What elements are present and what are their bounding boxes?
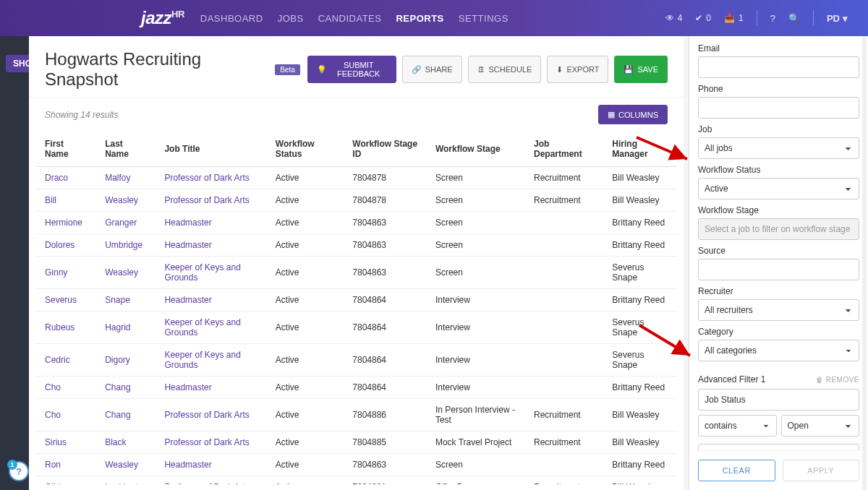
nav-link-jobs[interactable]: JOBS [278, 13, 304, 24]
scrollbar[interactable] [862, 36, 867, 490]
cell-first[interactable]: Gilderoy [36, 476, 96, 485]
cell-job[interactable]: Professor of Dark Arts [156, 167, 266, 189]
cell-first[interactable]: Cho [36, 399, 96, 431]
eye-icon: 👁 [665, 13, 674, 23]
cell-last[interactable]: Digory [96, 344, 156, 377]
logo[interactable]: jazzHR [141, 8, 184, 28]
job-select[interactable]: All jobs [698, 137, 859, 159]
cell-first[interactable]: Draco [36, 167, 96, 189]
cell-stage_id: 7804864 [344, 344, 427, 377]
col-header[interactable]: First Name [36, 132, 96, 167]
cell-job[interactable]: Headmaster [156, 289, 266, 311]
remove-advanced-filter[interactable]: 🗑REMOVE [816, 376, 859, 384]
cell-dept [525, 377, 603, 399]
submit-feedback-button[interactable]: 💡SUBMIT FEEDBACK [307, 56, 396, 83]
cell-job[interactable]: Headmaster [156, 454, 266, 476]
cell-job[interactable]: Professor of Dark Arts [156, 189, 266, 212]
phone-input[interactable] [698, 97, 859, 119]
col-header[interactable]: Job Title [156, 132, 266, 167]
table-row: CedricDigoryKeeper of Keys and GroundsAc… [36, 344, 676, 377]
approvals-stat[interactable]: ✔0 [695, 13, 711, 23]
cell-last[interactable]: Chang [96, 399, 156, 431]
table-row: HermioneGrangerHeadmasterActive7804863Sc… [36, 212, 676, 234]
help-icon[interactable]: ? [770, 13, 775, 24]
help-bubble[interactable]: ? 1 [9, 461, 29, 481]
add-advanced-filter-button[interactable]: ＋ ADD ADVANCED FILTER [698, 444, 859, 450]
cell-last[interactable]: Hagrid [96, 311, 156, 344]
email-input[interactable] [698, 56, 859, 78]
cell-last[interactable]: Umbridge [96, 234, 156, 257]
save-button[interactable]: 💾SAVE [614, 56, 668, 83]
cell-job[interactable]: Headmaster [156, 212, 266, 234]
views-count: 4 [678, 13, 683, 23]
columns-button[interactable]: ▦COLUMNS [598, 105, 668, 124]
cell-last[interactable]: Granger [96, 212, 156, 234]
cell-first[interactable]: Rubeus [36, 311, 96, 344]
cell-last[interactable]: Weasley [96, 189, 156, 212]
workflow-stage-select[interactable]: Select a job to filter on workflow stage [698, 218, 859, 240]
cell-job[interactable]: Keeper of Keys and Grounds [156, 344, 266, 377]
col-header[interactable]: Workflow Status [267, 132, 344, 167]
inbox-stat[interactable]: 📥1 [724, 13, 744, 23]
cell-last[interactable]: Snape [96, 289, 156, 311]
share-button[interactable]: 🔗SHARE [402, 56, 462, 83]
cell-stage: Screen [427, 167, 525, 189]
category-select[interactable]: All categories [698, 340, 859, 361]
search-icon[interactable]: 🔍 [788, 13, 800, 24]
workflow-status-select[interactable]: Active [698, 178, 859, 199]
cell-job[interactable]: Headmaster [156, 377, 266, 399]
cell-stage: Mock Travel Project [427, 431, 525, 454]
cell-hm: Severus Snape [603, 311, 676, 344]
cell-first[interactable]: Bill [36, 189, 96, 212]
cell-first[interactable]: Ron [36, 454, 96, 476]
nav-link-candidates[interactable]: CANDIDATES [318, 13, 382, 24]
col-header[interactable]: Hiring Manager [603, 132, 676, 167]
advanced-filter-op-select[interactable]: contains [698, 415, 777, 437]
cell-first[interactable]: Dolores [36, 234, 96, 257]
cell-dept: Recruitment [525, 399, 603, 431]
col-header[interactable]: Job Department [525, 132, 603, 167]
cell-job[interactable]: Headmaster [156, 234, 266, 257]
nav-link-dashboard[interactable]: DASHBOARD [200, 13, 263, 24]
filter-body[interactable]: Email Phone Job All jobs Workflow Status… [698, 36, 859, 450]
col-header[interactable]: Last Name [96, 132, 156, 167]
cell-last[interactable]: Black [96, 431, 156, 454]
cell-last[interactable]: Malfoy [96, 167, 156, 189]
cell-stage_id: 7804864 [344, 311, 427, 344]
cell-dept: Recruitment [525, 431, 603, 454]
col-header[interactable]: Workflow Stage [427, 132, 525, 167]
cell-job[interactable]: Professor of Dark Arts [156, 399, 266, 431]
views-stat[interactable]: 👁4 [665, 13, 683, 23]
clear-button[interactable]: CLEAR [698, 460, 775, 481]
cell-stage_id: 7804863 [344, 257, 427, 289]
cell-job[interactable]: Professor of Dark Arts [156, 476, 266, 485]
source-input[interactable] [698, 259, 859, 280]
apply-button[interactable]: APPLY [783, 460, 860, 481]
cell-first[interactable]: Cedric [36, 344, 96, 377]
cell-job[interactable]: Keeper of Keys and Grounds [156, 257, 266, 289]
cell-first[interactable]: Hermione [36, 212, 96, 234]
advanced-filter-val-select[interactable]: Open [781, 415, 860, 437]
cell-dept: Recruitment [525, 476, 603, 485]
cell-last[interactable]: Weasley [96, 454, 156, 476]
nav-link-settings[interactable]: SETTINGS [459, 13, 509, 24]
cell-dept: Recruitment [525, 167, 603, 189]
label: COLUMNS [618, 111, 658, 119]
table-wrap[interactable]: First NameLast NameJob TitleWorkflow Sta… [29, 132, 684, 484]
cell-last[interactable]: Chang [96, 377, 156, 399]
col-header[interactable]: Workflow Stage ID [344, 132, 427, 167]
cell-last[interactable]: Weasley [96, 257, 156, 289]
cell-first[interactable]: Severus [36, 289, 96, 311]
cell-first[interactable]: Sirius [36, 431, 96, 454]
export-button[interactable]: ⬇EXPORT [547, 56, 608, 83]
user-menu[interactable]: PD ▾ [827, 13, 848, 24]
nav-link-reports[interactable]: REPORTS [396, 13, 443, 24]
cell-job[interactable]: Keeper of Keys and Grounds [156, 311, 266, 344]
cell-job[interactable]: Professor of Dark Arts [156, 431, 266, 454]
cell-first[interactable]: Ginny [36, 257, 96, 289]
schedule-button[interactable]: 🗓SCHEDULE [468, 56, 542, 83]
cell-last[interactable]: Lockhart [96, 476, 156, 485]
recruiter-select[interactable]: All recruiters [698, 299, 859, 321]
cell-first[interactable]: Cho [36, 377, 96, 399]
advanced-filter-field-input[interactable] [698, 389, 859, 411]
